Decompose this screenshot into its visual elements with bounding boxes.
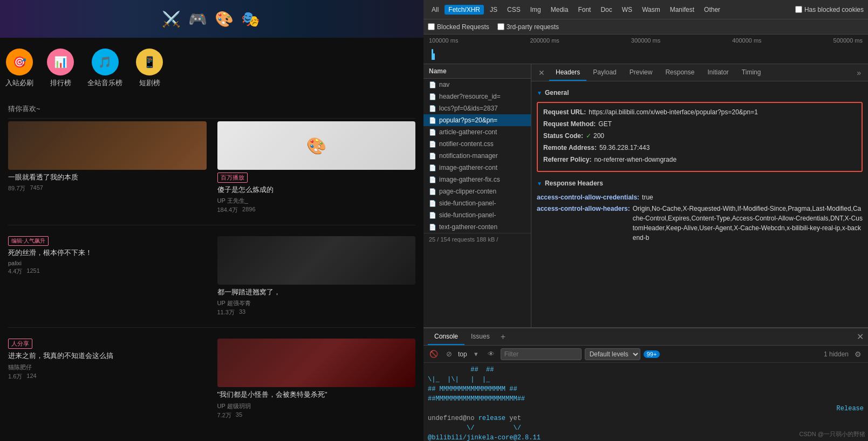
file-item-text-gatherer[interactable]: 📄 text-gatherer-conten — [423, 221, 531, 233]
filter-css[interactable]: CSS — [503, 5, 524, 15]
file-item-side-panel-1[interactable]: 📄 side-function-panel- — [423, 197, 531, 209]
blocked-requests-checkbox[interactable]: Blocked Requests — [428, 23, 489, 31]
console-top-dropdown[interactable]: ▾ — [470, 348, 482, 360]
close-details-button[interactable]: ✕ — [534, 64, 549, 81]
video-uploader-2: UP 王先生_ — [217, 197, 416, 205]
third-party-input[interactable] — [497, 23, 504, 30]
filter-manifest[interactable]: Manifest — [666, 5, 698, 15]
has-blocked-cookies-checkbox[interactable]: Has blocked cookies — [795, 6, 864, 13]
nav-item-music[interactable]: 🎵 全站音乐榜 — [87, 49, 122, 88]
console-tab-issues[interactable]: Issues — [464, 328, 496, 345]
tab-timing[interactable]: Timing — [735, 64, 768, 81]
video-card-6[interactable]: "我们都是小怪兽，会被奥特曼杀死" UP 超级玥玥 7.2万 35 — [217, 339, 416, 419]
status-code-indicator: ✓ — [586, 131, 591, 141]
file-list-header: Name — [423, 64, 531, 79]
has-blocked-cookies-input[interactable] — [795, 6, 802, 13]
filter-fetch-xhr[interactable]: Fetch/XHR — [445, 5, 484, 15]
divider-3 — [8, 327, 415, 328]
file-item-nav[interactable]: 📄 nav — [423, 79, 531, 91]
third-party-checkbox[interactable]: 3rd-party requests — [497, 23, 559, 31]
file-item-image-fix[interactable]: 📄 image-gatherer-fix.cs — [423, 174, 531, 185]
timeline-graph — [429, 44, 863, 60]
file-name-notifier: notifier-content.css — [439, 140, 494, 148]
video-card-1[interactable]: 一眼就看透了我的本质 89.7万 7457 — [8, 121, 207, 192]
watermark: CSDN @一只弱小的野猪 — [799, 430, 865, 438]
file-name-article: article-gatherer-cont — [439, 128, 497, 136]
file-item-article[interactable]: 📄 article-gatherer-cont — [423, 126, 531, 138]
console-line-2: \|_ |\| | |_ — [428, 375, 864, 384]
file-name-notification: notification-manager — [439, 152, 498, 160]
nav-item-ranking[interactable]: 📊 排行榜 — [47, 49, 74, 88]
video-row-2: 编辑·人气飙升 死的丝滑，根本停不下来！ palixi 4.4万 1251 都一… — [8, 236, 415, 316]
video-thumb-4 — [217, 236, 416, 285]
file-item-notification[interactable]: 📄 notification-manager — [423, 150, 531, 162]
video-uploader-4: UP 超强岑青 — [217, 299, 416, 307]
filter-all[interactable]: All — [428, 5, 442, 15]
filter-other[interactable]: Other — [700, 5, 724, 15]
console-line-1: ## ## — [428, 365, 864, 375]
file-icon-image-fix: 📄 — [429, 176, 436, 183]
acah-row: access-control-allow-headers: Origin,No-… — [537, 204, 863, 243]
filter-img[interactable]: Img — [527, 5, 545, 15]
console-clear-button[interactable]: 🚫 — [428, 348, 440, 360]
details-tabs: ✕ Headers Payload Preview Response Initi… — [531, 64, 868, 81]
blocked-requests-input[interactable] — [428, 23, 435, 30]
video-card-3[interactable]: 编辑·人气飙升 死的丝滑，根本停不下来！ palixi 4.4万 1251 — [8, 236, 207, 275]
blocked-requests-label: Blocked Requests — [437, 23, 489, 31]
video-card-2[interactable]: 🎨 百万播放 傻子是怎么炼成的 UP 王先生_ 184.4万 2896 — [217, 121, 416, 214]
console-settings-button[interactable]: ⚙ — [852, 348, 864, 360]
file-item-side-panel-2[interactable]: 📄 side-function-panel- — [423, 209, 531, 221]
video-uploader-6: UP 超级玥玥 — [217, 402, 416, 410]
content-area: 猜你喜欢~ 一眼就看透了我的本质 89.7万 7457 🎨 百万播放 — [0, 99, 423, 425]
file-item-page-clipper[interactable]: 📄 page-clipper-conten — [423, 185, 531, 197]
filter-media[interactable]: Media — [547, 5, 572, 15]
play-count-1: 89.7万 — [8, 184, 25, 192]
divider — [8, 118, 415, 119]
nav-item-drama[interactable]: 📱 短剧榜 — [136, 49, 163, 88]
filter-doc[interactable]: Doc — [597, 5, 616, 15]
tab-preview[interactable]: Preview — [623, 64, 659, 81]
file-name-nav: nav — [439, 81, 449, 88]
file-item-header[interactable]: 📄 header?resource_id= — [423, 91, 531, 102]
video-meta-6: 7.2万 35 — [217, 411, 416, 419]
video-row-3: 人分享 进来之前，我真的不知道会这么搞 猫陈肥仔 1.6万 124 "我们都是小… — [8, 339, 415, 419]
timeline-label-3: 300000 ms — [631, 37, 660, 44]
referrer-policy-row: Referrer Policy: no-referrer-when-downgr… — [543, 155, 856, 164]
console-filter-toggle[interactable]: ⊘ — [443, 348, 455, 360]
has-blocked-cookies-label: Has blocked cookies — [804, 6, 864, 13]
file-item-notifier[interactable]: 📄 notifier-content.css — [423, 138, 531, 150]
video-title-3: 死的丝滑，根本停不下来！ — [8, 248, 207, 258]
tab-headers[interactable]: Headers — [549, 64, 586, 81]
file-icon-popular: 📄 — [429, 117, 436, 124]
file-item-image-gatherer[interactable]: 📄 image-gatherer-cont — [423, 162, 531, 174]
console-level-select[interactable]: Default levels — [585, 348, 640, 360]
more-tabs-button[interactable]: » — [852, 68, 865, 77]
filter-js[interactable]: JS — [486, 5, 501, 15]
response-triangle-icon: ▼ — [537, 181, 542, 187]
video-card-4[interactable]: 都一脚踏进翘窝了， UP 超强岑青 11.3万 33 — [217, 236, 416, 316]
filter-ws[interactable]: WS — [618, 5, 636, 15]
tab-response[interactable]: Response — [659, 64, 701, 81]
tab-payload[interactable]: Payload — [586, 64, 623, 81]
filter-font[interactable]: Font — [574, 5, 594, 15]
video-card-5[interactable]: 人分享 进来之前，我真的不知道会这么搞 猫陈肥仔 1.6万 124 — [8, 339, 207, 380]
request-url-value[interactable]: https://api.bilibili.com/x/web-interface… — [589, 107, 758, 117]
general-section-header[interactable]: ▼ General — [537, 87, 863, 99]
close-console-button[interactable]: ✕ — [857, 332, 864, 342]
console-eye-button[interactable]: 👁 — [486, 348, 497, 360]
file-item-locs[interactable]: 📄 locs?pf=0&ids=2837 — [423, 102, 531, 114]
console-tab-console[interactable]: Console — [428, 328, 464, 345]
filter-wasm[interactable]: Wasm — [638, 5, 664, 15]
nav-item-bilivideo[interactable]: 🎯 入站必刷 — [5, 49, 33, 88]
add-console-tab-button[interactable]: + — [496, 332, 510, 342]
tab-initiator[interactable]: Initiator — [701, 64, 735, 81]
video-title-5: 进来之前，我真的不知道会这么搞 — [8, 351, 207, 361]
console-filter-input[interactable] — [501, 348, 582, 360]
referrer-policy-value: no-referrer-when-downgrade — [594, 155, 676, 164]
file-item-popular[interactable]: 📄 popular?ps=20&pn= — [423, 114, 531, 126]
response-headers-section-header[interactable]: ▼ Response Headers — [537, 177, 863, 189]
file-icon-text-gatherer: 📄 — [429, 224, 436, 231]
console-hidden-count: 1 hidden — [824, 350, 849, 358]
timeline-label-2: 200000 ms — [530, 37, 559, 44]
video-meta-3: 4.4万 1251 — [8, 267, 207, 275]
